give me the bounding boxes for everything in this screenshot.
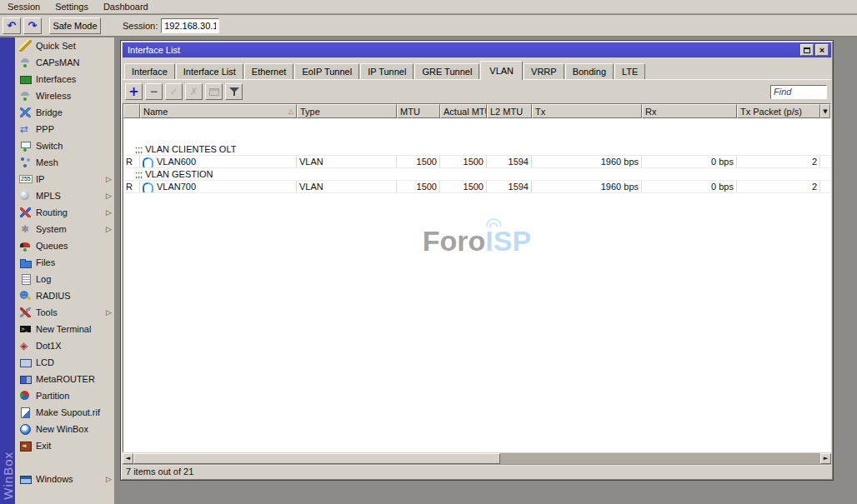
scrollbar-thumb[interactable] bbox=[133, 453, 500, 464]
sort-ascending-icon: △ bbox=[288, 107, 293, 115]
user-key-icon bbox=[19, 290, 32, 302]
session-input[interactable] bbox=[161, 18, 219, 33]
gear-icon bbox=[19, 223, 32, 235]
comment-button[interactable] bbox=[205, 83, 223, 100]
ip-255-icon bbox=[19, 173, 32, 185]
interface-row-vlan700[interactable]: RVLAN700VLAN1500150015941960 bps0 bps2 bbox=[123, 181, 830, 193]
sidebar-item-switch[interactable]: Switch bbox=[15, 137, 114, 154]
sidebar-item-wireless[interactable]: Wireless bbox=[15, 87, 114, 104]
tab-gre-tunnel[interactable]: GRE Tunnel bbox=[414, 63, 479, 79]
remove-button[interactable]: − bbox=[145, 83, 163, 100]
column-header-flags[interactable] bbox=[123, 104, 140, 118]
sidebar-item-ip[interactable]: IP▷ bbox=[15, 171, 114, 187]
menu-settings[interactable]: Settings bbox=[48, 0, 96, 14]
mtu-cell: 1500 bbox=[397, 156, 440, 167]
tab-lte[interactable]: LTE bbox=[614, 63, 645, 79]
sidebar-item-label: Interfaces bbox=[36, 74, 112, 84]
column-header-tx-packet-p-s[interactable]: Tx Packet (p/s) bbox=[737, 104, 820, 118]
comment-group-row[interactable]: ;;; VLAN GESTION bbox=[123, 168, 830, 181]
name-cell: VLAN700 bbox=[140, 181, 297, 192]
comment-text: ;;; VLAN CLIENTES OLT bbox=[123, 143, 236, 155]
find-input[interactable] bbox=[770, 85, 827, 99]
ppp-icon bbox=[19, 123, 32, 135]
sidebar-item-radius[interactable]: RADIUS bbox=[15, 287, 114, 304]
tab-interface-list[interactable]: Interface List bbox=[176, 63, 243, 79]
column-picker-button[interactable]: ▼ bbox=[820, 104, 830, 118]
tab-interface[interactable]: Interface bbox=[124, 63, 175, 79]
column-header-label: Tx bbox=[535, 107, 545, 117]
column-header-label: Rx bbox=[645, 107, 656, 117]
type-cell: VLAN bbox=[297, 156, 397, 167]
sidebar-item-mesh[interactable]: Mesh bbox=[15, 154, 114, 171]
sidebar-item-windows[interactable]: Windows▷ bbox=[15, 471, 114, 487]
menu-dashboard[interactable]: Dashboard bbox=[96, 0, 156, 14]
tx-cell: 1960 bps bbox=[532, 181, 642, 192]
sidebar-item-ppp[interactable]: PPP bbox=[15, 121, 114, 137]
redo-button[interactable]: ↷ bbox=[23, 17, 42, 34]
terminal-icon bbox=[19, 323, 32, 335]
sidebar-item-log[interactable]: Log bbox=[15, 271, 114, 287]
sidebar-item-exit[interactable]: Exit bbox=[15, 437, 114, 454]
menu-session[interactable]: Session bbox=[0, 0, 48, 14]
sidebar-item-mpls[interactable]: MPLS▷ bbox=[15, 187, 114, 204]
column-header-type[interactable]: Type bbox=[297, 104, 397, 118]
sidebar-item-label: Log bbox=[36, 274, 112, 284]
interface-row-vlan600[interactable]: RVLAN600VLAN1500150015941960 bps0 bps2 bbox=[123, 156, 830, 168]
sidebar-item-metarouter[interactable]: MetaROUTER bbox=[15, 371, 114, 387]
mesh-icon bbox=[19, 157, 32, 168]
sidebar-item-capsman[interactable]: CAPsMAN bbox=[15, 54, 114, 71]
column-header-actual-mtu[interactable]: Actual MTU bbox=[440, 104, 487, 118]
scroll-left-button[interactable]: ◄ bbox=[123, 453, 133, 464]
column-header-name[interactable]: Name△ bbox=[140, 104, 297, 118]
remove-icon: − bbox=[149, 87, 158, 97]
horizontal-scrollbar[interactable]: ◄ ► bbox=[123, 453, 831, 464]
sidebar-item-partition[interactable]: Partition bbox=[15, 387, 114, 404]
comment-icon bbox=[209, 88, 219, 96]
scrollbar-track[interactable] bbox=[500, 453, 820, 464]
add-button[interactable]: + bbox=[125, 83, 143, 100]
sidebar-item-label: PPP bbox=[36, 124, 112, 134]
sidebar-item-quick-set[interactable]: Quick Set bbox=[15, 37, 114, 54]
sidebar-item-label: System bbox=[36, 224, 106, 234]
tab-bonding[interactable]: Bonding bbox=[565, 63, 614, 79]
sidebar-menu: Quick SetCAPsMANInterfacesWirelessBridge… bbox=[15, 37, 115, 504]
undo-button[interactable]: ↶ bbox=[3, 17, 21, 34]
sidebar-item-lcd[interactable]: LCD bbox=[15, 354, 114, 371]
column-header-mtu[interactable]: MTU bbox=[397, 104, 440, 118]
safe-mode-button[interactable]: Safe Mode bbox=[49, 17, 101, 34]
column-header-rx[interactable]: Rx bbox=[642, 104, 737, 118]
maximize-button[interactable] bbox=[800, 44, 814, 56]
sidebar-item-new-winbox[interactable]: New WinBox bbox=[15, 421, 114, 437]
sidebar-item-interfaces[interactable]: Interfaces bbox=[15, 71, 114, 87]
tab-vlan[interactable]: VLAN bbox=[480, 61, 523, 80]
column-header-l2-mtu[interactable]: L2 MTU bbox=[487, 104, 532, 118]
sidebar-item-files[interactable]: Files bbox=[15, 254, 114, 271]
log-icon bbox=[19, 273, 32, 285]
sidebar-item-queues[interactable]: Queues bbox=[15, 237, 114, 254]
tab-eoip-tunnel[interactable]: EoIP Tunnel bbox=[294, 63, 359, 79]
sidebar-item-bridge[interactable]: Bridge bbox=[15, 104, 114, 121]
tab-ip-tunnel[interactable]: IP Tunnel bbox=[360, 63, 413, 79]
disable-button[interactable]: ✗ bbox=[185, 83, 203, 100]
sidebar-item-label: Quick Set bbox=[36, 41, 112, 51]
close-button[interactable]: × bbox=[815, 44, 829, 56]
rx-cell: 0 bps bbox=[642, 181, 737, 192]
sidebar-item-tools[interactable]: Tools▷ bbox=[15, 304, 114, 321]
sidebar-item-make-supout-rif[interactable]: Make Supout.rif bbox=[15, 404, 114, 421]
sidebar-item-routing[interactable]: Routing▷ bbox=[15, 204, 114, 221]
scroll-right-button[interactable]: ► bbox=[820, 453, 831, 464]
sidebar-item-new-terminal[interactable]: New Terminal bbox=[15, 321, 114, 337]
enable-button[interactable]: ✓ bbox=[165, 83, 183, 100]
sidebar-item-dot1x[interactable]: Dot1X bbox=[15, 337, 114, 354]
window-titlebar[interactable]: Interface List × bbox=[123, 42, 831, 57]
sidebar-item-label: Partition bbox=[36, 391, 112, 401]
chevron-right-icon: ▷ bbox=[106, 475, 112, 483]
tab-ethernet[interactable]: Ethernet bbox=[244, 63, 294, 79]
watermark-text-blue: ISP bbox=[485, 225, 531, 257]
comment-group-row[interactable]: ;;; VLAN CLIENTES OLT bbox=[123, 143, 830, 156]
sidebar-item-system[interactable]: System▷ bbox=[15, 221, 114, 237]
column-header-tx[interactable]: Tx bbox=[532, 104, 642, 118]
tab-bar: InterfaceInterface ListEthernetEoIP Tunn… bbox=[123, 57, 831, 80]
tab-vrrp[interactable]: VRRP bbox=[524, 63, 564, 79]
filter-button[interactable] bbox=[225, 83, 243, 100]
